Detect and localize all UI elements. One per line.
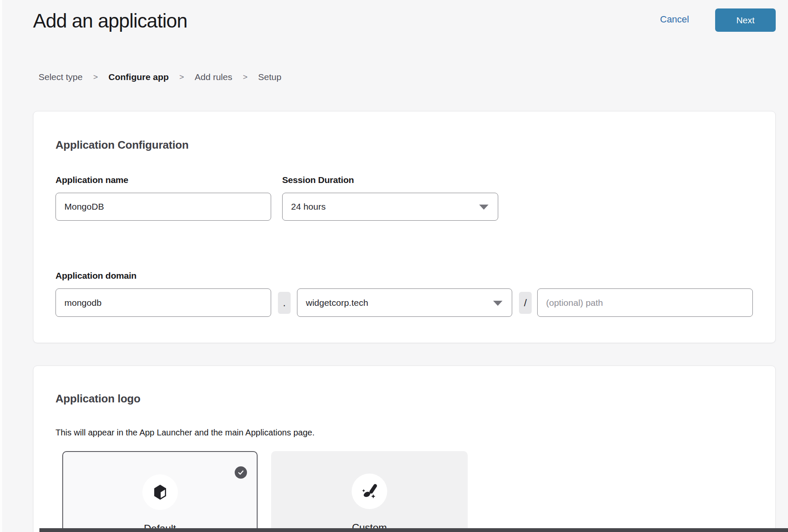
application-name-input[interactable] — [55, 193, 271, 221]
next-button[interactable]: Next — [715, 8, 776, 32]
session-duration-label: Session Duration — [282, 175, 354, 185]
step-select-type[interactable]: Select type — [39, 72, 83, 82]
step-separator-icon: > — [179, 72, 184, 82]
domain-value: widgetcorp.tech — [306, 298, 368, 308]
session-duration-select[interactable]: 24 hours — [282, 193, 498, 221]
dot-separator: . — [278, 292, 291, 314]
logo-option-default[interactable]: Default — [62, 451, 258, 532]
wizard-steps: Select type > Configure app > Add rules … — [39, 72, 281, 82]
chevron-down-icon — [479, 205, 488, 210]
cube-icon — [150, 482, 170, 502]
domain-select[interactable]: widgetcorp.tech — [297, 288, 512, 317]
step-configure-app[interactable]: Configure app — [108, 72, 169, 82]
application-logo-card: Application logo This will appear in the… — [33, 366, 776, 532]
step-separator-icon: > — [243, 72, 247, 82]
custom-logo-circle — [352, 474, 387, 509]
path-input[interactable] — [537, 288, 753, 317]
paintbrush-icon — [360, 482, 379, 501]
slash-separator: / — [519, 292, 532, 314]
session-duration-value: 24 hours — [291, 202, 326, 212]
step-add-rules[interactable]: Add rules — [194, 72, 232, 82]
application-configuration-heading: Application Configuration — [55, 139, 189, 152]
page-title: Add an application — [33, 9, 187, 32]
step-setup[interactable]: Setup — [258, 72, 281, 82]
application-name-label: Application name — [55, 175, 128, 185]
chevron-down-icon — [493, 301, 502, 306]
application-configuration-card: Application Configuration Application na… — [33, 111, 776, 343]
subdomain-input[interactable] — [55, 288, 271, 317]
default-logo-circle — [142, 474, 178, 510]
application-logo-heading: Application logo — [55, 392, 140, 405]
cancel-button[interactable]: Cancel — [660, 14, 689, 25]
step-separator-icon: > — [93, 72, 98, 82]
logo-option-custom[interactable]: Custom — [271, 451, 468, 532]
application-domain-label: Application domain — [55, 271, 136, 281]
application-logo-description: This will appear in the App Launcher and… — [55, 428, 315, 438]
bottom-window-edge — [39, 528, 788, 532]
left-edge-strip — [0, 0, 2, 532]
check-icon — [235, 466, 247, 479]
